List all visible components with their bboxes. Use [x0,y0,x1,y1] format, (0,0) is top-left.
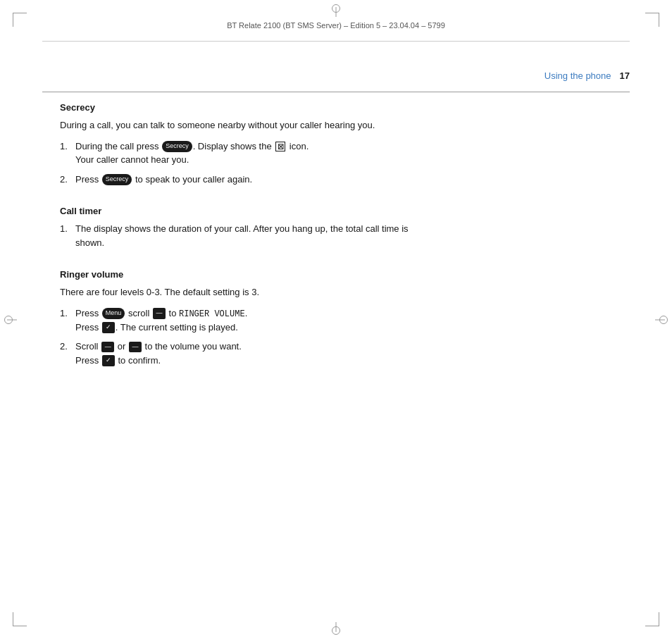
separator-1 [60,193,426,206]
secrecy-item-1: During the call press Secrecy. Display s… [75,139,426,167]
section-call-timer: Call timer 1. The display shows the dura… [60,206,426,249]
ringer-volume-text: RINGER VOLUME [179,309,245,319]
list-item: 1. The display shows the duration of you… [60,222,426,249]
secrecy-button-1: Secrecy [162,141,192,152]
check-button-1: ✓ [102,322,115,333]
scroll-minus-button-2: — [101,342,114,353]
corner-mark-br [645,612,659,626]
call-timer-list: 1. The display shows the duration of you… [60,222,426,249]
section-secrecy: Secrecy During a call, you can talk to s… [60,102,426,186]
page-header-right: Using the phone 17 [42,70,630,81]
section-ringer-volume: Ringer volume There are four levels 0-3.… [60,269,426,367]
secrecy-heading: Secrecy [60,102,426,113]
rv-item-2-line2: Press ✓ to confirm. [75,354,426,368]
list-num-2: 2. [60,173,75,187]
list-item: 2. Press Secrecy to speak to your caller… [60,173,426,187]
corner-mark-tl [13,13,27,27]
center-crosshair-right [659,316,668,324]
ringer-volume-heading: Ringer volume [60,269,426,280]
separator-2 [60,256,426,269]
ringer-volume-item-1: Press Menu scroll — to RINGER VOLUME. Pr… [75,306,426,335]
secrecy-item-2: Press Secrecy to speak to your caller ag… [75,173,426,187]
center-crosshair-left [4,316,13,324]
list-num-ct-1: 1. [60,222,75,236]
list-num-rv-2: 2. [60,340,75,354]
rv-item-1-line1: Press Menu scroll — to RINGER VOLUME. [75,306,426,321]
center-crosshair-top [332,4,340,13]
list-item: 1. Press Menu scroll — to RINGER VOLUME.… [60,306,426,335]
list-num-rv-1: 1. [60,306,75,321]
corner-mark-bl [13,612,27,626]
secrecy-button-2: Secrecy [102,174,132,185]
header: BT Relate 2100 (BT SMS Server) – Edition… [42,21,630,30]
list-item: 1. During the call press Secrecy. Displa… [60,139,426,167]
center-crosshair-bottom [332,626,340,635]
check-button-2: ✓ [102,355,115,366]
page-title: Using the phone [545,70,611,81]
scroll-minus-button-3: — [129,342,142,353]
menu-button: Menu [102,308,125,319]
x-icon: ☒ [275,142,285,151]
page-number: 17 [620,70,630,81]
main-content: Secrecy During a call, you can talk to s… [60,102,426,374]
header-title: BT Relate 2100 (BT SMS Server) – Edition… [227,21,445,30]
ringer-volume-list: 1. Press Menu scroll — to RINGER VOLUME.… [60,306,426,368]
rv-item-1-line2: Press ✓. The current setting is played. [75,321,426,335]
list-item: 2. Scroll — or — to the volume you want.… [60,340,426,367]
rv-item-2-line1: Scroll — or — to the volume you want. [75,340,426,354]
header-divider [42,41,630,42]
call-timer-item-1: The display shows the duration of your c… [75,222,426,249]
ringer-volume-item-2: Scroll — or — to the volume you want. Pr… [75,340,426,367]
scroll-minus-button: — [153,308,166,319]
call-timer-heading: Call timer [60,206,426,216]
ringer-volume-intro: There are four levels 0-3. The default s… [60,285,426,299]
list-num-1: 1. [60,139,75,154]
secrecy-intro: During a call, you can talk to someone n… [60,118,426,132]
corner-mark-tr [645,13,659,27]
secrecy-list: 1. During the call press Secrecy. Displa… [60,139,426,187]
content-divider [42,92,630,92]
page-container: BT Relate 2100 (BT SMS Server) – Edition… [0,0,672,639]
